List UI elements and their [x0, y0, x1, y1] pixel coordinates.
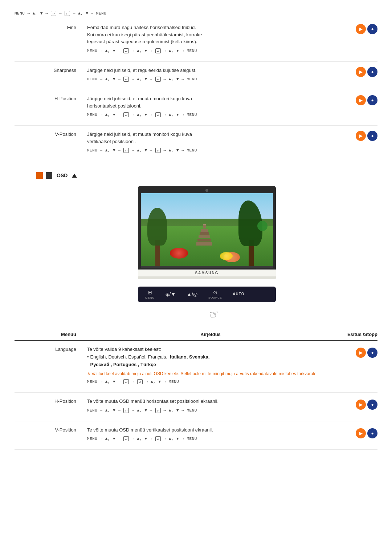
- language-nav-path: MENU → ▲, ▼ → ↵ → ↵ → ▲, ▼ → MENU: [87, 379, 345, 384]
- language-btn-blue[interactable]: ●: [367, 348, 377, 358]
- osd-v-position-btn-orange[interactable]: ▶: [356, 428, 366, 438]
- top-nav-path: MENU → ▲, ▼ → ↵ → ↵ → ▲, ▼ → MENU: [15, 11, 377, 16]
- source-label: SOURCE: [208, 296, 222, 299]
- setting-row-fine: Fine Eemaldab müra nagu näiteks horisont…: [15, 19, 377, 62]
- osd-row-language: Language Te võite valida 9 kaheksast kee…: [15, 341, 377, 393]
- v-position-btn-blue[interactable]: ●: [367, 131, 377, 141]
- triangle-up-icon: [72, 174, 77, 178]
- setting-row-sharpness: Sharpness Järgige neid juhiseid, et regu…: [15, 62, 377, 90]
- hand-container: ☞: [15, 308, 377, 321]
- fine-btn-blue[interactable]: ●: [367, 24, 377, 34]
- fine-btn-orange[interactable]: ▶: [356, 24, 366, 34]
- tree-right: [238, 200, 262, 266]
- setting-name-h-position: H-Position: [15, 95, 87, 101]
- sharpness-btn-pair: ▶ ●: [356, 67, 377, 77]
- v-position-btn-orange[interactable]: ▶: [356, 131, 366, 141]
- control-bar-container: ⊞ MENU ◈/▼ ▲/◎ ⊙ SOURCE AUTO: [15, 287, 377, 302]
- pagoda-spire: [203, 224, 206, 228]
- settings-section: Fine Eemaldab müra nagu näiteks horisont…: [15, 19, 377, 161]
- osd-content-v-position: Te võite muuta OSD menüü vertikaalset po…: [87, 426, 352, 445]
- v-position-description: Järgige neid juhiseid, et muuta monitori…: [87, 131, 348, 145]
- h-position-btn-pair: ▶ ●: [356, 95, 377, 105]
- setting-content-sharpness: Järgige neid juhiseid, et reguleerida ku…: [87, 67, 356, 85]
- osd-table-header: Menüü Kirjeldus Esitus /Stopp: [15, 329, 377, 341]
- osd-name-v-position: V-Position: [15, 426, 87, 433]
- h-position-nav-path: MENU → ▲, ▼ → ↵ → ▲, ▼ → ↵ → ▲, ▼ → MENU: [87, 112, 348, 117]
- pagoda-base: [196, 242, 212, 246]
- osd-h-position-btn-blue[interactable]: ●: [367, 400, 377, 410]
- monitor-screen: [141, 193, 273, 266]
- sharpness-nav-path: MENU → ▲, ▼ → ↵ → ▲, ▼ → ↵ → ▲, ▼ → MENU: [87, 77, 348, 82]
- language-btn-pair: ▶ ●: [356, 348, 377, 358]
- setting-name-sharpness: Sharpness: [15, 67, 87, 73]
- header-desc: Kirjeldus: [87, 332, 334, 337]
- garden-scene: [141, 193, 273, 266]
- osd-table: Menüü Kirjeldus Esitus /Stopp Language T…: [15, 329, 377, 450]
- v-position-nav-path: MENU → ▲, ▼ → ↵ → ▲, ▼ → ↵ → ▲, ▼ → MENU: [87, 148, 348, 153]
- tree-crown-left: [147, 208, 167, 246]
- osd-h-position-btn-orange[interactable]: ▶: [356, 400, 366, 410]
- setting-row-h-position: H-Position Järgige neid juhiseid, et muu…: [15, 90, 377, 126]
- osd-content-h-position: Te võite muuta OSD menüü horisontaalset …: [87, 398, 352, 416]
- tree-left: [147, 208, 167, 266]
- page: MENU → ▲, ▼ → ↵ → ↵ → ▲, ▼ → MENU Fine E…: [0, 0, 392, 461]
- dark-square-icon: [46, 172, 52, 179]
- osd-v-position-desc: Te võite muuta OSD menüü vertikaalset po…: [87, 426, 345, 434]
- ctrl-vol[interactable]: ◈/▼: [166, 291, 176, 298]
- v-position-controls: ▶ ●: [356, 131, 377, 141]
- control-bar: ⊞ MENU ◈/▼ ▲/◎ ⊙ SOURCE AUTO: [138, 287, 276, 302]
- h-position-description: Järgige neid juhiseid, et muuta monitori…: [87, 95, 348, 109]
- osd-row-h-position: H-Position Te võite muuta OSD menüü hori…: [15, 393, 377, 421]
- language-list: Te võite valida 9 kaheksast keelest: • E…: [87, 346, 345, 368]
- monitor-container: SAMSUNG: [15, 186, 377, 279]
- osd-h-position-nav: MENU → ▲, ▼ → ↵ → ▲, ▼ → ↵ → ▲, ▼ → MENU: [87, 408, 345, 413]
- sharpness-description: Järgige neid juhiseid, et reguleerida ku…: [87, 67, 348, 74]
- pagoda-t1: [201, 229, 208, 232]
- setting-content-v-position: Järgige neid juhiseid, et muuta monitori…: [87, 131, 356, 156]
- ctrl-source[interactable]: ⊙ SOURCE: [208, 289, 222, 299]
- setting-name-v-position: V-Position: [15, 131, 87, 137]
- ctrl-auto[interactable]: AUTO: [233, 292, 244, 297]
- orange-square-icon: [36, 172, 43, 179]
- setting-content-fine: Eemaldab müra nagu näiteks horisontaalse…: [87, 24, 356, 56]
- header-menu: Menüü: [15, 332, 87, 337]
- menu-icon: ⊞: [148, 289, 152, 295]
- monitor-camera: [205, 189, 208, 192]
- osd-v-position-btn-blue[interactable]: ●: [367, 428, 377, 438]
- ctrl-menu[interactable]: ⊞ MENU: [145, 289, 155, 299]
- osd-content-language: Te võite valida 9 kaheksast keelest: • E…: [87, 346, 352, 387]
- up-icon: ▲/◎: [187, 291, 197, 297]
- sharpness-btn-orange[interactable]: ▶: [356, 67, 366, 77]
- monitor-wrap: SAMSUNG: [138, 186, 276, 279]
- pagoda-t4: [197, 239, 211, 242]
- language-btn-orange[interactable]: ▶: [356, 348, 366, 358]
- ctrl-up[interactable]: ▲/◎: [187, 291, 197, 298]
- sharpness-btn-blue[interactable]: ●: [367, 67, 377, 77]
- monitor-bottom-bar: [138, 276, 276, 279]
- osd-section-header: OSD: [15, 172, 377, 179]
- h-position-btn-blue[interactable]: ●: [367, 95, 377, 105]
- fine-btn-pair: ▶ ●: [356, 24, 377, 34]
- language-intro: Te võite valida 9 kaheksast keelest:: [87, 346, 345, 353]
- osd-h-position-desc: Te võite muuta OSD menüü horisontaalset …: [87, 398, 345, 405]
- osd-v-position-btn-pair: ▶ ●: [356, 428, 377, 438]
- setting-row-v-position: V-Position Järgige neid juhiseid, et muu…: [15, 126, 377, 161]
- menu-label: MENU: [145, 296, 155, 299]
- notice-marker: ※: [87, 372, 90, 376]
- pagoda-t3: [199, 235, 210, 238]
- osd-name-language: Language: [15, 346, 87, 352]
- language-names: English, Deutsch, Español, Français, Ita…: [90, 353, 210, 369]
- osd-h-position-btn-pair: ▶ ●: [356, 400, 377, 410]
- osd-v-position-controls: ▶ ●: [352, 426, 377, 438]
- vol-icon: ◈/▼: [166, 291, 176, 297]
- pagoda-t2: [200, 232, 209, 235]
- osd-header-text: OSD: [57, 173, 68, 178]
- monitor-outer: [138, 186, 276, 270]
- v-position-btn-pair: ▶ ●: [356, 131, 377, 141]
- source-icon: ⊙: [213, 289, 217, 295]
- osd-v-position-nav: MENU → ▲, ▼ → ↵ → ▲, ▼ → ↵ → ▲, ▼ → MENU: [87, 436, 345, 441]
- osd-h-position-controls: ▶ ●: [352, 398, 377, 410]
- fine-description: Eemaldab müra nagu näiteks horisontaalse…: [87, 24, 348, 45]
- h-position-btn-orange[interactable]: ▶: [356, 95, 366, 105]
- osd-row-v-position: V-Position Te võite muuta OSD menüü vert…: [15, 421, 377, 450]
